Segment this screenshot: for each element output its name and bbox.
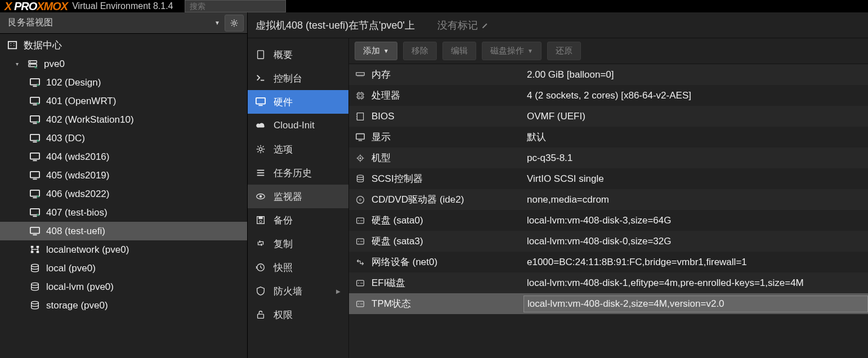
hardware-value: local-lvm:vm-408-disk-0,size=32G — [524, 234, 868, 249]
nav-label: 快照 — [274, 261, 293, 274]
nav-cloudinit[interactable]: Cloud-Init — [248, 114, 348, 137]
hardware-value: 2.00 GiB [balloon=0] — [524, 67, 868, 83]
chevron-down-icon: ▼ — [214, 20, 220, 26]
view-selector[interactable]: 艮务器视图 ▼ — [3, 14, 225, 32]
revert-button[interactable]: 还原 — [547, 42, 581, 60]
nav-monitor[interactable]: 监视器 — [248, 185, 348, 208]
nav-permissions[interactable]: 权限 — [248, 303, 348, 326]
logo: X PROXMOX — [5, 0, 68, 13]
display-icon — [28, 171, 42, 181]
hardware-list: 内存2.00 GiB [balloon=0]处理器4 (2 sockets, 2… — [349, 64, 868, 358]
tree-item-label: 403 (DC) — [46, 133, 85, 144]
list-icon — [256, 168, 267, 178]
tree-item-label: 408 (test-uefi) — [46, 226, 105, 237]
hardware-row[interactable]: 处理器4 (2 sockets, 2 cores) [x86-64-v2-AES… — [349, 85, 868, 106]
hardware-row[interactable]: 显示默认 — [349, 127, 868, 147]
tree-settings-button[interactable] — [225, 15, 244, 32]
hardware-label: 机型 — [372, 151, 524, 164]
tree-vm-405[interactable]: 405 (wds2019) — [0, 166, 247, 185]
tree-vm-402[interactable]: 402 (WorkStation10) — [0, 110, 247, 129]
hardware-label: 显示 — [372, 131, 524, 144]
tree-item-label: storage (pve0) — [46, 300, 108, 311]
display-icon — [349, 133, 372, 142]
cpu-icon — [349, 91, 372, 100]
tree-vm-407[interactable]: 407 (test-bios) — [0, 203, 247, 222]
display-running-icon — [28, 208, 42, 218]
hardware-row[interactable]: EFI磁盘local-lvm:vm-408-disk-1,efitype=4m,… — [349, 272, 868, 293]
nav-replication[interactable]: 复制 — [248, 232, 348, 256]
nav-taskhistory[interactable]: 任务历史 — [248, 161, 348, 185]
page-title: 虚拟机408 (test-uefi)在节点'pve0'上 — [256, 19, 415, 32]
display-running-icon — [28, 78, 42, 88]
tree-local-lvm[interactable]: local-lvm (pve0) — [0, 278, 247, 296]
hardware-value: local-lvm:vm-408-disk-2,size=4M,version=… — [524, 296, 868, 312]
tree-localnetwork[interactable]: localnetwork (pve0) — [0, 240, 247, 259]
add-button[interactable]: 添加▼ — [355, 42, 397, 60]
hardware-row[interactable]: 机型pc-q35-8.1 — [349, 147, 868, 168]
bios-icon — [349, 112, 372, 121]
hardware-label: 内存 — [372, 68, 524, 81]
display-icon — [28, 226, 42, 236]
nav-label: 防火墙 — [274, 285, 302, 298]
hardware-row[interactable]: TPM状态local-lvm:vm-408-disk-2,size=4M,ver… — [349, 293, 868, 314]
gear-icon — [256, 144, 267, 154]
hardware-row[interactable]: 硬盘 (sata0)local-lvm:vm-408-disk-3,size=6… — [349, 210, 868, 231]
tree-vm-403[interactable]: 403 (DC) — [0, 129, 247, 147]
tree-vm-404[interactable]: 404 (wds2016) — [0, 147, 247, 166]
tree-node-pve0[interactable]: ▾ pve0 — [0, 55, 247, 73]
hardware-value: local-lvm:vm-408-disk-1,efitype=4m,pre-e… — [524, 275, 868, 291]
tree-toggle-icon[interactable]: ▾ — [16, 61, 24, 67]
edit-button[interactable]: 编辑 — [442, 42, 476, 60]
tree-item-label: 406 (wds2022) — [46, 189, 109, 200]
remove-button[interactable]: 移除 — [403, 42, 437, 60]
search-input[interactable] — [185, 0, 286, 12]
hardware-row[interactable]: 内存2.00 GiB [balloon=0] — [349, 64, 868, 85]
disk-action-button[interactable]: 磁盘操作▼ — [482, 42, 542, 60]
tree-item-label: local-lvm (pve0) — [46, 281, 114, 293]
nav-firewall[interactable]: 防火墙▶ — [248, 279, 348, 303]
hardware-row[interactable]: 网络设备 (net0)e1000=BC:24:11:8B:91:FC,bridg… — [349, 252, 868, 272]
tree-local[interactable]: local (pve0) — [0, 259, 247, 278]
hardware-label: CD/DVD驱动器 (ide2) — [372, 193, 524, 206]
version-label: Virtual Environment 8.1.4 — [72, 1, 173, 11]
nav-snapshots[interactable]: 快照 — [248, 256, 348, 279]
nav-options[interactable]: 选项 — [248, 137, 348, 161]
tree-vm-408[interactable]: 408 (test-uefi) — [0, 222, 247, 240]
hardware-row[interactable]: SCSI控制器VirtIO SCSI single — [349, 168, 868, 189]
chevron-down-icon: ▼ — [527, 48, 533, 54]
book-icon — [256, 50, 267, 60]
hdd-icon — [349, 216, 372, 225]
tree-item-label: 402 (WorkStation10) — [46, 114, 134, 126]
hardware-value: pc-q35-8.1 — [524, 150, 868, 166]
nav-console[interactable]: 控制台 — [248, 66, 348, 90]
save-icon — [256, 215, 267, 225]
server-icon — [26, 59, 39, 69]
nav-label: 备份 — [274, 214, 293, 227]
nav-summary[interactable]: 概要 — [248, 43, 348, 66]
tree-item-label: 102 (Design) — [46, 77, 101, 88]
nav-label: 硬件 — [274, 96, 293, 109]
terminal-icon — [256, 73, 267, 83]
tree-vm-401[interactable]: 401 (OpenWRT) — [0, 92, 247, 110]
tree-vm-406[interactable]: 406 (wds2022) — [0, 185, 247, 203]
history-icon — [256, 262, 267, 272]
pencil-icon[interactable] — [481, 21, 489, 29]
network-icon — [28, 245, 42, 255]
tags-area[interactable]: 没有标记 — [437, 19, 489, 32]
nav-hardware[interactable]: 硬件 — [248, 90, 348, 114]
hardware-row[interactable]: BIOSOVMF (UEFI) — [349, 106, 868, 127]
tree-datacenter[interactable]: 数据中心 — [0, 36, 247, 55]
hardware-label: 硬盘 (sata3) — [372, 235, 524, 248]
hardware-value: VirtIO SCSI single — [524, 171, 868, 187]
tree-item-label: 407 (test-bios) — [46, 207, 108, 218]
nav-backup[interactable]: 备份 — [248, 208, 348, 232]
hardware-row[interactable]: CD/DVD驱动器 (ide2)none,media=cdrom — [349, 189, 868, 210]
disc-icon — [349, 195, 372, 204]
display-icon — [28, 152, 42, 162]
hardware-label: TPM状态 — [372, 297, 524, 310]
tree-storage[interactable]: storage (pve0) — [0, 296, 247, 315]
storage-icon — [28, 282, 42, 292]
hardware-row[interactable]: 硬盘 (sata3)local-lvm:vm-408-disk-0,size=3… — [349, 231, 868, 252]
shield-icon — [256, 286, 267, 296]
tree-vm-102[interactable]: 102 (Design) — [0, 73, 247, 92]
